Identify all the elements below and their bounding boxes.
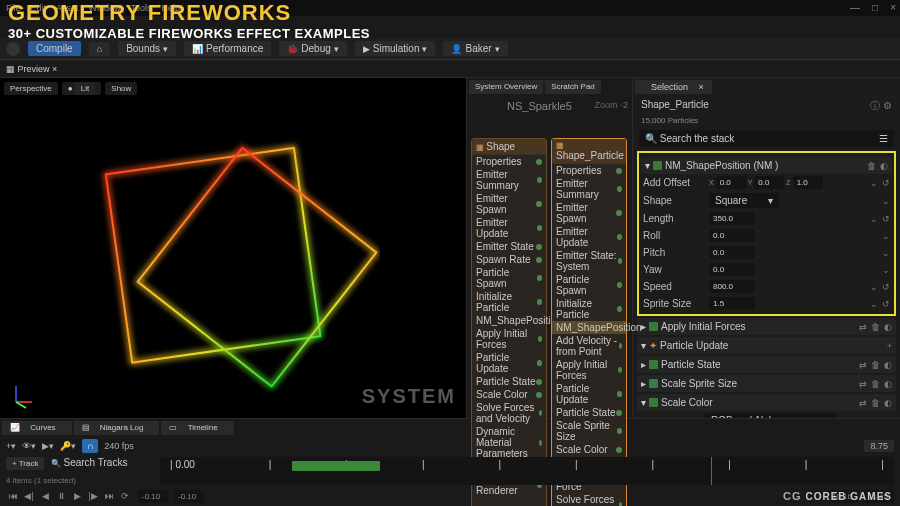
roll-input[interactable]: 0.0	[709, 229, 755, 242]
pitch-input[interactable]: 0.0	[709, 246, 755, 259]
node-row[interactable]: Scale Color	[552, 443, 626, 456]
viewport-perspective[interactable]: Perspective	[4, 82, 58, 95]
node-row[interactable]: NM_ShapePosition	[472, 314, 546, 327]
key-icon[interactable]: 🔑▾	[60, 441, 76, 451]
emitter-node-shape-particle[interactable]: ▦ Shape_Particle PropertiesEmitter Summa…	[551, 138, 627, 506]
node-row[interactable]: Particle Update	[552, 382, 626, 406]
search-tracks[interactable]: 🔍 Search Tracks	[51, 459, 127, 468]
loop-icon[interactable]: ⟳	[118, 491, 132, 501]
search-stack-input[interactable]: 🔍 Search the stack☰	[639, 130, 894, 147]
curve-mode-icon[interactable]: ∩	[82, 439, 98, 453]
particle-state-header[interactable]: ▸Particle State⇄🗑◐	[637, 356, 896, 373]
offset-y-input[interactable]: 0.0	[754, 176, 784, 189]
compile-button[interactable]: Compile	[28, 41, 81, 56]
viewport-lit[interactable]: ● Lit	[62, 82, 102, 95]
current-time[interactable]: 8.75	[864, 440, 894, 452]
node-row[interactable]: Emitter State	[472, 240, 546, 253]
simulation-button[interactable]: ▶ Simulation ▾	[355, 41, 436, 56]
goto-end-icon[interactable]: ⏭	[102, 491, 116, 501]
timeline-track[interactable]: | 0.00|||||||||	[160, 457, 894, 485]
step-fwd-icon[interactable]: |▶	[86, 491, 100, 501]
scalemode-dropdown[interactable]: RGB and Alpha Separately▾	[705, 413, 835, 418]
node-row[interactable]: Properties	[552, 164, 626, 177]
bounds-button[interactable]: Bounds ▾	[118, 41, 176, 56]
maximize-icon[interactable]: □	[872, 2, 878, 13]
module-header[interactable]: ▾NM_ShapePosition (NM )🗑◐	[641, 157, 892, 174]
node-row[interactable]: Initialize Particle	[472, 290, 546, 314]
playhead[interactable]	[711, 457, 712, 485]
node-row[interactable]: Add Velocity - from Point	[552, 334, 626, 358]
node-row[interactable]: Emitter Summary	[472, 168, 546, 192]
node-row[interactable]: Properties	[472, 155, 546, 168]
node-row[interactable]: Dynamic Material Parameters	[472, 425, 546, 460]
preview-viewport[interactable]: Perspective ● Lit Show SYSTEM	[0, 78, 466, 418]
delete-icon[interactable]: 🗑	[867, 161, 876, 171]
offset-x-input[interactable]: 0.0	[716, 176, 746, 189]
node-row[interactable]: Emitter Update	[472, 216, 546, 240]
node-row[interactable]: Particle Spawn	[472, 266, 546, 290]
node-row[interactable]: Initialize Particle	[552, 297, 626, 321]
particle-update-header[interactable]: ▾✦Particle Update+	[637, 337, 896, 354]
node-row[interactable]: Emitter Summary	[552, 177, 626, 201]
chevron-down-icon[interactable]: ⌄	[870, 178, 878, 188]
length-input[interactable]: 350.0	[709, 212, 755, 225]
home-button[interactable]: ⌂	[89, 42, 110, 56]
filter-icon[interactable]: ☰	[879, 133, 888, 144]
node-row[interactable]: Particle State	[552, 406, 626, 419]
stack-icons[interactable]: ⓘ ⚙	[870, 99, 892, 113]
tab-niagara-log[interactable]: ▤ Niagara Log	[74, 421, 160, 435]
play-icon[interactable]: ▶	[70, 491, 84, 501]
tab-scratch-pad[interactable]: Scratch Pad	[545, 80, 601, 94]
spritesize-input[interactable]: 1.5	[709, 297, 755, 310]
timeline-segment[interactable]	[292, 461, 380, 471]
tab-curves[interactable]: 📈 Curves	[2, 421, 72, 435]
add-track-button[interactable]: + Track	[6, 457, 44, 470]
node-row[interactable]: Particle Update	[472, 351, 546, 375]
node-row[interactable]: Emitter State: System	[552, 249, 626, 273]
pause-icon[interactable]: ⏸	[54, 491, 68, 501]
node-row[interactable]: Apply Initial Forces	[552, 358, 626, 382]
toggle-icon[interactable]: ◐	[880, 161, 888, 171]
speed-input[interactable]: 800.0	[709, 280, 755, 293]
goto-start-icon[interactable]: ⏮	[6, 491, 20, 501]
tab-timeline[interactable]: ▭ Timeline	[161, 421, 233, 435]
node-row[interactable]: Scale Color	[472, 388, 546, 401]
play-reverse-icon[interactable]: ◀	[38, 491, 52, 501]
node-row[interactable]: Scale Sprite Size	[552, 419, 626, 443]
node-row[interactable]: Solve Forces and Velocity	[552, 493, 626, 506]
preview-tab[interactable]: ▦ Preview ×	[6, 64, 57, 74]
range-start[interactable]: -0.10	[138, 490, 168, 503]
performance-button[interactable]: 📊 Performance	[184, 41, 271, 56]
viewport-show[interactable]: Show	[105, 82, 137, 95]
minimize-icon[interactable]: —	[850, 2, 860, 13]
node-row[interactable]: Emitter Spawn	[472, 192, 546, 216]
node-row[interactable]: Spawn Rate	[472, 253, 546, 266]
apply-initial-forces-header[interactable]: ▸Apply Initial Forces⇄🗑◐	[637, 318, 896, 335]
playback-icon[interactable]: ▶▾	[42, 441, 54, 451]
tab-selection[interactable]: Selection ×	[635, 80, 712, 94]
step-back-icon[interactable]: ◀|	[22, 491, 36, 501]
shape-dropdown[interactable]: Square▾	[709, 193, 779, 208]
node-row[interactable]: Particle Spawn	[552, 273, 626, 297]
node-row[interactable]: Apply Initial Forces	[472, 327, 546, 351]
offset-z-input[interactable]: 1.0	[793, 176, 823, 189]
reset-icon[interactable]: ↺	[882, 178, 890, 188]
node-row[interactable]: Solve Forces and Velocity	[472, 401, 546, 425]
add-key-icon[interactable]: +▾	[6, 441, 16, 451]
debug-button[interactable]: 🐞 Debug ▾	[279, 41, 346, 56]
tab-system-overview[interactable]: System Overview	[469, 80, 543, 94]
view-icon[interactable]: 👁▾	[22, 441, 36, 451]
node-row[interactable]: Particle State	[472, 375, 546, 388]
node-row[interactable]: Emitter Update	[552, 225, 626, 249]
scale-color-header[interactable]: ▾Scale Color⇄🗑◐	[637, 394, 896, 411]
module-enabled-checkbox[interactable]	[653, 161, 662, 170]
baker-button[interactable]: 👤 Baker ▾	[443, 41, 507, 56]
view-start[interactable]: -0.10	[174, 490, 204, 503]
node-row[interactable]: Emitter Spawn	[552, 201, 626, 225]
node-row[interactable]: NM_ShapePosition	[552, 321, 626, 334]
fps-dropdown[interactable]: 240 fps	[104, 441, 134, 451]
close-icon[interactable]: ×	[890, 2, 896, 13]
emitter-node-shape[interactable]: ▦ Shape PropertiesEmitter SummaryEmitter…	[471, 138, 547, 506]
yaw-input[interactable]: 0.0	[709, 263, 755, 276]
scale-sprite-size-header[interactable]: ▸Scale Sprite Size⇄🗑◐	[637, 375, 896, 392]
